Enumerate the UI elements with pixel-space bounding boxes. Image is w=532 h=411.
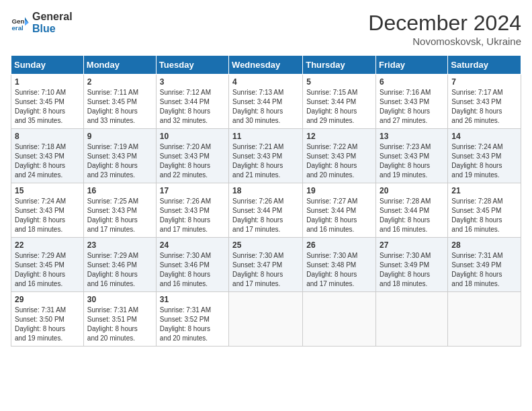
calendar-cell — [229, 292, 303, 347]
day-number: 17 — [160, 186, 225, 195]
calendar-cell: 29Sunrise: 7:31 AM Sunset: 3:50 PM Dayli… — [11, 292, 84, 347]
day-number: 8 — [15, 132, 80, 141]
day-info: Sunrise: 7:13 AM Sunset: 3:44 PM Dayligh… — [232, 88, 299, 126]
day-number: 23 — [87, 240, 152, 250]
calendar-cell: 12Sunrise: 7:22 AM Sunset: 3:43 PM Dayli… — [303, 129, 376, 183]
day-number: 16 — [87, 186, 152, 195]
calendar-cell: 27Sunrise: 7:30 AM Sunset: 3:49 PM Dayli… — [376, 238, 448, 292]
calendar-week-row: 15Sunrise: 7:24 AM Sunset: 3:43 PM Dayli… — [11, 183, 521, 238]
weekday-header-sunday: Sunday — [11, 56, 84, 75]
day-number: 5 — [306, 77, 372, 87]
calendar-cell: 7Sunrise: 7:17 AM Sunset: 3:43 PM Daylig… — [448, 75, 521, 129]
day-info: Sunrise: 7:30 AM Sunset: 3:46 PM Dayligh… — [160, 251, 225, 289]
weekday-header-friday: Friday — [376, 56, 448, 75]
calendar-cell: 30Sunrise: 7:31 AM Sunset: 3:51 PM Dayli… — [83, 292, 156, 347]
day-number: 26 — [306, 240, 372, 250]
day-info: Sunrise: 7:20 AM Sunset: 3:43 PM Dayligh… — [160, 142, 225, 180]
day-number: 4 — [232, 77, 299, 87]
logo-text-line1: General — [32, 11, 73, 23]
page-header: Gen eral General Blue December 2024 Novo… — [11, 11, 521, 47]
day-info: Sunrise: 7:31 AM Sunset: 3:51 PM Dayligh… — [87, 306, 152, 343]
day-info: Sunrise: 7:30 AM Sunset: 3:47 PM Dayligh… — [232, 251, 299, 289]
day-number: 22 — [15, 240, 80, 250]
day-number: 28 — [451, 240, 517, 250]
day-number: 21 — [451, 186, 517, 195]
calendar-cell: 22Sunrise: 7:29 AM Sunset: 3:45 PM Dayli… — [11, 238, 84, 292]
logo-icon: Gen eral — [11, 13, 30, 32]
day-number: 2 — [87, 77, 152, 87]
day-info: Sunrise: 7:29 AM Sunset: 3:46 PM Dayligh… — [87, 251, 152, 289]
day-info: Sunrise: 7:28 AM Sunset: 3:45 PM Dayligh… — [451, 197, 517, 234]
day-number: 13 — [380, 132, 444, 141]
day-number: 3 — [160, 77, 225, 87]
calendar-cell: 25Sunrise: 7:30 AM Sunset: 3:47 PM Dayli… — [229, 238, 303, 292]
day-number: 31 — [160, 295, 225, 304]
day-info: Sunrise: 7:16 AM Sunset: 3:43 PM Dayligh… — [380, 88, 444, 126]
day-number: 25 — [232, 240, 299, 250]
calendar-cell: 2Sunrise: 7:11 AM Sunset: 3:45 PM Daylig… — [83, 75, 156, 129]
calendar-week-row: 22Sunrise: 7:29 AM Sunset: 3:45 PM Dayli… — [11, 238, 521, 292]
day-info: Sunrise: 7:31 AM Sunset: 3:49 PM Dayligh… — [451, 251, 517, 289]
day-info: Sunrise: 7:30 AM Sunset: 3:49 PM Dayligh… — [380, 251, 444, 289]
calendar-cell: 26Sunrise: 7:30 AM Sunset: 3:48 PM Dayli… — [303, 238, 376, 292]
calendar-cell: 18Sunrise: 7:26 AM Sunset: 3:44 PM Dayli… — [229, 183, 303, 238]
location-subtitle: Novomoskovsk, Ukraine — [368, 36, 521, 47]
day-number: 11 — [232, 132, 299, 141]
calendar-week-row: 29Sunrise: 7:31 AM Sunset: 3:50 PM Dayli… — [11, 292, 521, 347]
calendar-cell: 11Sunrise: 7:21 AM Sunset: 3:43 PM Dayli… — [229, 129, 303, 183]
calendar-cell: 10Sunrise: 7:20 AM Sunset: 3:43 PM Dayli… — [156, 129, 228, 183]
day-info: Sunrise: 7:15 AM Sunset: 3:44 PM Dayligh… — [306, 88, 372, 126]
calendar-cell: 17Sunrise: 7:26 AM Sunset: 3:43 PM Dayli… — [156, 183, 228, 238]
calendar-cell: 3Sunrise: 7:12 AM Sunset: 3:44 PM Daylig… — [156, 75, 228, 129]
day-info: Sunrise: 7:11 AM Sunset: 3:45 PM Dayligh… — [87, 88, 152, 126]
calendar-cell: 23Sunrise: 7:29 AM Sunset: 3:46 PM Dayli… — [83, 238, 156, 292]
logo-text-line2: Blue — [32, 23, 73, 35]
calendar-cell: 16Sunrise: 7:25 AM Sunset: 3:43 PM Dayli… — [83, 183, 156, 238]
day-info: Sunrise: 7:31 AM Sunset: 3:50 PM Dayligh… — [15, 306, 80, 343]
day-number: 1 — [15, 77, 80, 87]
weekday-header-row: SundayMondayTuesdayWednesdayThursdayFrid… — [11, 56, 521, 75]
day-info: Sunrise: 7:26 AM Sunset: 3:44 PM Dayligh… — [232, 197, 299, 234]
day-info: Sunrise: 7:26 AM Sunset: 3:43 PM Dayligh… — [160, 197, 225, 234]
title-block: December 2024 Novomoskovsk, Ukraine — [368, 11, 521, 47]
day-info: Sunrise: 7:31 AM Sunset: 3:52 PM Dayligh… — [160, 306, 225, 343]
day-number: 30 — [87, 295, 152, 304]
calendar-cell: 8Sunrise: 7:18 AM Sunset: 3:43 PM Daylig… — [11, 129, 84, 183]
day-info: Sunrise: 7:23 AM Sunset: 3:43 PM Dayligh… — [380, 142, 444, 180]
day-number: 7 — [451, 77, 517, 87]
calendar-cell: 13Sunrise: 7:23 AM Sunset: 3:43 PM Dayli… — [376, 129, 448, 183]
day-info: Sunrise: 7:27 AM Sunset: 3:44 PM Dayligh… — [306, 197, 372, 234]
calendar-cell: 19Sunrise: 7:27 AM Sunset: 3:44 PM Dayli… — [303, 183, 376, 238]
calendar-cell: 1Sunrise: 7:10 AM Sunset: 3:45 PM Daylig… — [11, 75, 84, 129]
calendar-cell — [303, 292, 376, 347]
calendar-cell: 4Sunrise: 7:13 AM Sunset: 3:44 PM Daylig… — [229, 75, 303, 129]
weekday-header-saturday: Saturday — [448, 56, 521, 75]
day-info: Sunrise: 7:21 AM Sunset: 3:43 PM Dayligh… — [232, 142, 299, 180]
calendar-cell: 9Sunrise: 7:19 AM Sunset: 3:43 PM Daylig… — [83, 129, 156, 183]
weekday-header-thursday: Thursday — [303, 56, 376, 75]
weekday-header-wednesday: Wednesday — [229, 56, 303, 75]
svg-text:eral: eral — [11, 24, 24, 32]
day-info: Sunrise: 7:24 AM Sunset: 3:43 PM Dayligh… — [15, 197, 80, 234]
calendar-cell — [376, 292, 448, 347]
day-number: 6 — [380, 77, 444, 87]
day-info: Sunrise: 7:29 AM Sunset: 3:45 PM Dayligh… — [15, 251, 80, 289]
calendar-week-row: 8Sunrise: 7:18 AM Sunset: 3:43 PM Daylig… — [11, 129, 521, 183]
calendar-cell: 6Sunrise: 7:16 AM Sunset: 3:43 PM Daylig… — [376, 75, 448, 129]
month-year-title: December 2024 — [368, 11, 521, 36]
calendar-cell: 24Sunrise: 7:30 AM Sunset: 3:46 PM Dayli… — [156, 238, 228, 292]
day-info: Sunrise: 7:19 AM Sunset: 3:43 PM Dayligh… — [87, 142, 152, 180]
day-number: 15 — [15, 186, 80, 195]
calendar-cell: 21Sunrise: 7:28 AM Sunset: 3:45 PM Dayli… — [448, 183, 521, 238]
calendar-cell: 14Sunrise: 7:24 AM Sunset: 3:43 PM Dayli… — [448, 129, 521, 183]
day-number: 19 — [306, 186, 372, 195]
weekday-header-monday: Monday — [83, 56, 156, 75]
calendar-cell: 20Sunrise: 7:28 AM Sunset: 3:44 PM Dayli… — [376, 183, 448, 238]
day-number: 10 — [160, 132, 225, 141]
calendar-table: SundayMondayTuesdayWednesdayThursdayFrid… — [11, 55, 521, 347]
day-info: Sunrise: 7:30 AM Sunset: 3:48 PM Dayligh… — [306, 251, 372, 289]
day-number: 9 — [87, 132, 152, 141]
calendar-cell: 15Sunrise: 7:24 AM Sunset: 3:43 PM Dayli… — [11, 183, 84, 238]
weekday-header-tuesday: Tuesday — [156, 56, 228, 75]
logo: Gen eral General Blue — [11, 11, 73, 34]
